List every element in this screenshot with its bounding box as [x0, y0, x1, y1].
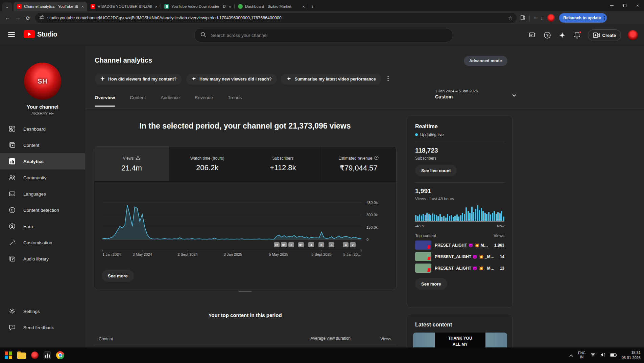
tab-search-icon[interactable]: ⌄ — [2, 2, 12, 11]
realtime-see-more-button[interactable]: See more — [415, 278, 447, 290]
views-48h-value: 1,991 — [415, 187, 504, 195]
chrome-icon[interactable] — [56, 351, 64, 359]
notifications-bell-icon[interactable] — [573, 31, 581, 39]
new-tab-button[interactable]: + — [308, 2, 317, 11]
red-app-icon[interactable] — [31, 351, 39, 359]
sidebar-item-content-detection[interactable]: Content detection — [0, 202, 85, 218]
sparkle-icon — [100, 76, 105, 82]
tab-content[interactable]: Content — [130, 95, 146, 107]
analytics-app-icon[interactable] — [44, 351, 51, 359]
forward-button[interactable]: → — [13, 13, 23, 23]
top-content-row[interactable]: PRESENT_ALIGHT 👿 💥 _M…13 — [415, 264, 504, 273]
sidebar-item-settings[interactable]: Settings — [0, 303, 85, 319]
minimize-button[interactable] — [605, 0, 618, 11]
see-live-count-button[interactable]: See live count — [415, 165, 457, 176]
top-content-row[interactable]: PRESENT_ALIGHT 👿 💥 _M…14 — [415, 252, 504, 261]
see-more-button[interactable]: See more — [102, 270, 134, 282]
file-explorer-icon[interactable] — [17, 353, 26, 359]
chart-marker-badge[interactable]: 3 — [288, 242, 294, 247]
top-content-title: Your top content in this period — [94, 312, 397, 318]
site-settings-icon[interactable] — [39, 15, 44, 21]
metric-card-subscribers[interactable]: Subscribers+112.8k — [245, 146, 321, 181]
account-avatar[interactable] — [628, 30, 638, 40]
chart-marker-badge[interactable]: 9+ — [281, 242, 287, 247]
latest-video-thumbnail[interactable]: THANK YOUALL MYYOUTUBE FAMILY — [413, 333, 507, 347]
tab-close-icon[interactable]: × — [302, 4, 306, 9]
suggestion-chip[interactable]: How many new viewers did I reach? — [186, 74, 277, 85]
sidebar-item-analytics[interactable]: Analytics — [0, 153, 85, 169]
browser-menu-icon[interactable] — [604, 16, 605, 20]
back-button[interactable]: ← — [3, 13, 13, 23]
tab-close-icon[interactable]: × — [80, 4, 85, 9]
views-line-chart[interactable] — [102, 201, 361, 241]
tab-revenue[interactable]: Revenue — [195, 95, 213, 107]
column-content[interactable]: Content — [99, 337, 113, 341]
feedback-history-icon[interactable] — [528, 31, 536, 39]
browser-tab[interactable]: Dashboard - Bizkro Market× — [235, 2, 308, 11]
create-button[interactable]: Create — [588, 29, 621, 41]
column-avg-view-duration[interactable]: Average view duration — [310, 336, 351, 341]
realtime-bar-chart[interactable] — [415, 205, 504, 221]
close-button[interactable]: × — [631, 0, 644, 11]
chips-overflow-menu-icon[interactable] — [387, 76, 389, 83]
battery-icon[interactable] — [610, 352, 617, 358]
tray-expand-icon[interactable] — [569, 352, 573, 358]
tab-close-icon[interactable]: × — [228, 4, 232, 9]
sidebar-item-send-feedback[interactable]: Send feedback — [0, 319, 85, 336]
chart-marker-badge[interactable]: 5 — [329, 242, 334, 247]
metric-card-views[interactable]: Views21.4m — [94, 146, 170, 181]
browser-tab[interactable]: Channel analytics - YouTube St× — [14, 2, 87, 11]
sidebar-item-community[interactable]: Community — [0, 169, 85, 186]
channel-search-bar[interactable]: Search across your channel — [194, 28, 453, 42]
url-text[interactable]: studio.youtube.com/channel/UCC2DCqsuwxjB… — [47, 16, 505, 20]
maximize-button[interactable] — [618, 0, 631, 11]
reading-list-icon[interactable]: ≡ — [534, 15, 536, 21]
volume-icon[interactable] — [600, 352, 605, 358]
browser-tab[interactable]: V BADGE YOUTUBER BINZAID C× — [87, 2, 161, 11]
chart-marker-badge[interactable]: 2 — [350, 242, 356, 247]
metric-card-watch-time-hours-[interactable]: Watch time (hours)206.2k — [170, 146, 245, 181]
extensions-icon[interactable] — [520, 15, 525, 21]
sidebar-item-languages[interactable]: Languages — [0, 186, 85, 202]
sidebar-item-audio-library[interactable]: Audio library — [0, 251, 85, 267]
wifi-icon[interactable] — [590, 352, 596, 358]
help-icon[interactable]: ? — [543, 31, 551, 39]
realtime-bar — [430, 215, 431, 221]
sidebar-item-earn[interactable]: Earn — [0, 218, 85, 234]
chart-marker-badge[interactable]: 9+ — [298, 242, 304, 247]
ai-sparkle-icon[interactable] — [558, 31, 566, 39]
downloads-icon[interactable]: ↓ — [541, 15, 543, 21]
menu-hamburger-icon[interactable] — [8, 32, 15, 37]
chart-marker-badge[interactable]: 4 — [308, 242, 314, 247]
column-views[interactable]: Views — [371, 337, 391, 341]
sidebar-item-content[interactable]: Content — [0, 137, 85, 153]
tab-audience[interactable]: Audience — [161, 95, 180, 107]
tab-close-icon[interactable]: × — [154, 4, 158, 9]
date-range-picker[interactable]: 1 Jan 2024 – 5 Jan 2026 Custom — [435, 89, 508, 99]
metric-card-estimated-revenue[interactable]: Estimated revenue₹79,044.57 — [321, 146, 396, 181]
reload-button[interactable]: ⟳ — [23, 13, 33, 23]
tab-trends[interactable]: Trends — [228, 95, 242, 107]
suggestion-chip[interactable]: Summarise my latest video performance — [281, 74, 381, 85]
system-clock[interactable]: 15:5106-01-2026 — [622, 350, 641, 361]
advanced-mode-button[interactable]: Advanced mode — [464, 56, 507, 66]
realtime-bar — [437, 216, 439, 221]
browser-tab[interactable]: YouTube Video Downloader - D× — [161, 2, 235, 11]
language-indicator[interactable]: ENGIN — [578, 351, 586, 360]
tab-overview[interactable]: Overview — [95, 95, 115, 107]
top-content-row[interactable]: PRESET ALIGHT 👿 💥 M…1,863 — [415, 241, 504, 250]
chart-marker-badge[interactable]: 4 — [343, 242, 349, 247]
suggestion-chip[interactable]: How did viewers find my content? — [95, 74, 182, 85]
relaunch-to-update-button[interactable]: Relaunch to update — [559, 13, 606, 23]
realtime-bar — [503, 217, 504, 221]
sidebar-item-customisation[interactable]: Customisation — [0, 234, 85, 251]
bookmark-star-icon[interactable]: ☆ — [508, 15, 512, 21]
browser-profile-avatar[interactable] — [547, 14, 555, 22]
chart-marker-badge[interactable]: 9+ — [274, 242, 280, 247]
youtube-studio-logo[interactable]: Studio — [24, 30, 57, 38]
chart-marker-badge[interactable]: 8 — [318, 242, 324, 247]
sidebar-item-dashboard[interactable]: Dashboard — [0, 121, 85, 137]
start-button-icon[interactable] — [5, 351, 12, 359]
channel-avatar[interactable]: SH — [24, 63, 61, 100]
address-bar[interactable]: studio.youtube.com/channel/UCC2DCqsuwxjB… — [35, 13, 517, 23]
